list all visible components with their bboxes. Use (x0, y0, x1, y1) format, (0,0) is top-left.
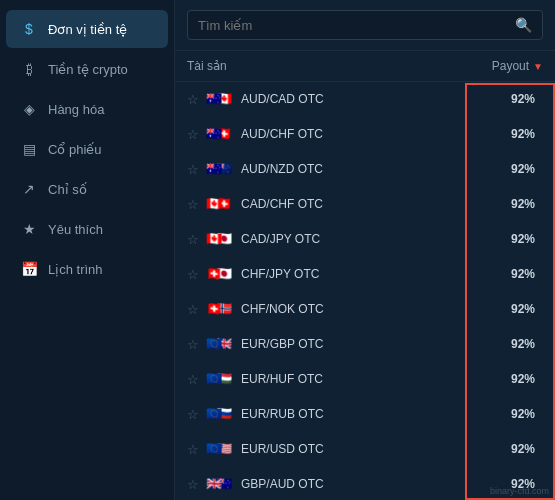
table-row[interactable]: ☆ 🇦🇺 🇨🇭 AUD/CHF OTC 92% (175, 117, 555, 152)
asset-name: CHF/JPY OTC (241, 267, 453, 281)
flag-pair: 🇨🇭 🇯🇵 (205, 264, 233, 284)
flag1: 🇬🇧 (205, 474, 223, 492)
payout-value: 92% (453, 127, 543, 141)
col-payout-header[interactable]: Payout ▼ (453, 59, 543, 73)
flag1: 🇦🇺 (205, 124, 223, 142)
payout-value: 92% (453, 337, 543, 351)
sidebar-item-lich-trinh[interactable]: 📅 Lịch trình (6, 250, 168, 288)
sidebar-icon-tien-te-crypto: ₿ (20, 60, 38, 78)
favorite-star[interactable]: ☆ (187, 267, 199, 282)
asset-table: Tài sản Payout ▼ ☆ 🇦🇺 🇨🇦 AUD/CAD OTC 92%… (175, 51, 555, 500)
table-row[interactable]: ☆ 🇪🇺 🇭🇺 EUR/HUF OTC 92% (175, 362, 555, 397)
sidebar-label-tien-te-crypto: Tiền tệ crypto (48, 62, 128, 77)
favorite-star[interactable]: ☆ (187, 302, 199, 317)
asset-name: CAD/CHF OTC (241, 197, 453, 211)
sidebar-item-don-vi-tien-te[interactable]: $ Đơn vị tiền tệ (6, 10, 168, 48)
favorite-star[interactable]: ☆ (187, 197, 199, 212)
table-row[interactable]: ☆ 🇦🇺 🇳🇿 AUD/NZD OTC 92% (175, 152, 555, 187)
search-input[interactable] (198, 18, 515, 33)
flag-pair: 🇦🇺 🇨🇦 (205, 89, 233, 109)
table-row[interactable]: ☆ 🇪🇺 🇷🇺 EUR/RUB OTC 92% (175, 397, 555, 432)
flag1: 🇨🇦 (205, 194, 223, 212)
table-row[interactable]: ☆ 🇨🇦 🇯🇵 CAD/JPY OTC 92% (175, 222, 555, 257)
sidebar-item-yeu-thich[interactable]: ★ Yêu thích (6, 210, 168, 248)
sidebar-label-co-phieu: Cổ phiếu (48, 142, 102, 157)
table-row[interactable]: ☆ 🇦🇺 🇨🇦 AUD/CAD OTC 92% (175, 82, 555, 117)
table-row[interactable]: ☆ 🇪🇺 🇬🇧 EUR/GBP OTC 92% (175, 327, 555, 362)
payout-value: 92% (453, 197, 543, 211)
asset-name: AUD/CHF OTC (241, 127, 453, 141)
payout-value: 92% (453, 267, 543, 281)
payout-value: 92% (453, 407, 543, 421)
flag1: 🇪🇺 (205, 439, 223, 457)
flag-pair: 🇪🇺 🇷🇺 (205, 404, 233, 424)
payout-value: 92% (453, 162, 543, 176)
flag1: 🇪🇺 (205, 334, 223, 352)
table-header: Tài sản Payout ▼ (175, 51, 555, 82)
flag1: 🇦🇺 (205, 89, 223, 107)
main-content: 🔍 Tài sản Payout ▼ ☆ 🇦🇺 🇨🇦 AUD/CAD OTC 9… (175, 0, 555, 500)
asset-name: CHF/NOK OTC (241, 302, 453, 316)
sidebar-label-hang-hoa: Hàng hóa (48, 102, 104, 117)
sidebar-label-chi-so: Chỉ số (48, 182, 87, 197)
asset-name: EUR/HUF OTC (241, 372, 453, 386)
asset-name: CAD/JPY OTC (241, 232, 453, 246)
flag1: 🇦🇺 (205, 159, 223, 177)
flag1: 🇨🇦 (205, 229, 223, 247)
search-wrapper[interactable]: 🔍 (187, 10, 543, 40)
sidebar-label-yeu-thich: Yêu thích (48, 222, 103, 237)
favorite-star[interactable]: ☆ (187, 162, 199, 177)
flag-pair: 🇨🇦 🇯🇵 (205, 229, 233, 249)
sidebar-item-chi-so[interactable]: ↗ Chỉ số (6, 170, 168, 208)
sidebar-icon-co-phieu: ▤ (20, 140, 38, 158)
watermark: binary-cfd.com (490, 486, 549, 496)
asset-name: EUR/RUB OTC (241, 407, 453, 421)
asset-name: EUR/USD OTC (241, 442, 453, 456)
sidebar-icon-chi-so: ↗ (20, 180, 38, 198)
table-row[interactable]: ☆ 🇪🇺 🇺🇸 EUR/USD OTC 92% (175, 432, 555, 467)
sidebar-icon-yeu-thich: ★ (20, 220, 38, 238)
favorite-star[interactable]: ☆ (187, 92, 199, 107)
sidebar-item-co-phieu[interactable]: ▤ Cổ phiếu (6, 130, 168, 168)
sidebar-label-don-vi-tien-te: Đơn vị tiền tệ (48, 22, 127, 37)
favorite-star[interactable]: ☆ (187, 407, 199, 422)
sidebar-item-tien-te-crypto[interactable]: ₿ Tiền tệ crypto (6, 50, 168, 88)
sidebar-item-hang-hoa[interactable]: ◈ Hàng hóa (6, 90, 168, 128)
payout-value: 92% (453, 442, 543, 456)
flag-pair: 🇨🇦 🇨🇭 (205, 194, 233, 214)
favorite-star[interactable]: ☆ (187, 232, 199, 247)
flag1: 🇪🇺 (205, 404, 223, 422)
flag-pair: 🇬🇧 🇦🇺 (205, 474, 233, 494)
favorite-star[interactable]: ☆ (187, 442, 199, 457)
favorite-star[interactable]: ☆ (187, 127, 199, 142)
favorite-star[interactable]: ☆ (187, 477, 199, 492)
payout-value: 92% (453, 92, 543, 106)
asset-name: AUD/NZD OTC (241, 162, 453, 176)
flag-pair: 🇪🇺 🇬🇧 (205, 334, 233, 354)
flag1: 🇪🇺 (205, 369, 223, 387)
table-body: ☆ 🇦🇺 🇨🇦 AUD/CAD OTC 92% ☆ 🇦🇺 🇨🇭 AUD/CHF … (175, 82, 555, 500)
favorite-star[interactable]: ☆ (187, 372, 199, 387)
sidebar-icon-don-vi-tien-te: $ (20, 20, 38, 38)
payout-value: 92% (453, 372, 543, 386)
sidebar: $ Đơn vị tiền tệ ₿ Tiền tệ crypto ◈ Hàng… (0, 0, 175, 500)
payout-value: 92% (453, 302, 543, 316)
asset-name: AUD/CAD OTC (241, 92, 453, 106)
flag1: 🇨🇭 (205, 264, 223, 282)
sidebar-label-lich-trinh: Lịch trình (48, 262, 103, 277)
search-bar: 🔍 (175, 0, 555, 51)
flag1: 🇨🇭 (205, 299, 223, 317)
table-row[interactable]: ☆ 🇨🇭 🇯🇵 CHF/JPY OTC 92% (175, 257, 555, 292)
flag-pair: 🇦🇺 🇳🇿 (205, 159, 233, 179)
payout-value: 92% (453, 232, 543, 246)
asset-name: EUR/GBP OTC (241, 337, 453, 351)
flag-pair: 🇪🇺 🇺🇸 (205, 439, 233, 459)
table-row[interactable]: ☆ 🇨🇭 🇳🇴 CHF/NOK OTC 92% (175, 292, 555, 327)
flag-pair: 🇪🇺 🇭🇺 (205, 369, 233, 389)
flag-pair: 🇨🇭 🇳🇴 (205, 299, 233, 319)
favorite-star[interactable]: ☆ (187, 337, 199, 352)
sort-icon: ▼ (533, 61, 543, 72)
table-row[interactable]: ☆ 🇨🇦 🇨🇭 CAD/CHF OTC 92% (175, 187, 555, 222)
sidebar-icon-lich-trinh: 📅 (20, 260, 38, 278)
asset-name: GBP/AUD OTC (241, 477, 453, 491)
